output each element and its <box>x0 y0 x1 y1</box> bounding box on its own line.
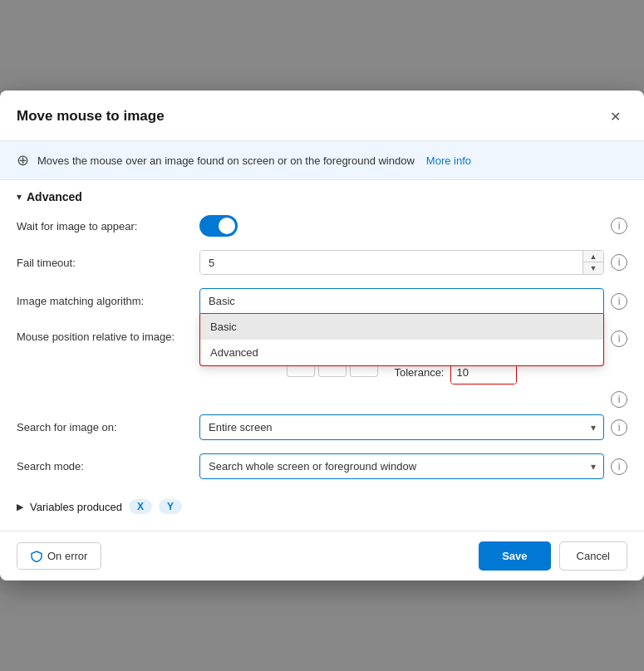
fail-timeout-label: Fail timeout: <box>17 257 199 269</box>
fail-timeout-input[interactable] <box>200 251 583 274</box>
search-mode-select[interactable]: Search whole screen or foreground window <box>199 453 604 479</box>
search-on-select-wrap: Entire screen ▾ <box>199 414 604 440</box>
dialog-footer: On error Save Cancel <box>0 531 644 580</box>
variables-row: ▶ Variables produced X Y <box>17 492 627 517</box>
fail-timeout-down-button[interactable]: ▼ <box>583 262 603 274</box>
search-on-control: Entire screen ▾ <box>199 414 604 440</box>
wait-label: Wait for image to appear: <box>17 220 199 233</box>
wait-row: Wait for image to appear: i <box>17 215 627 237</box>
advanced-chevron-icon: ▾ <box>17 191 22 203</box>
variable-x-badge[interactable]: X <box>129 499 152 514</box>
algorithm-option-advanced[interactable]: Advanced <box>200 340 603 365</box>
algorithm-info-icon[interactable]: i <box>611 293 627 310</box>
dialog-body: ▾ Advanced Wait for image to appear: i F… <box>0 180 644 531</box>
titlebar: Move mouse to image ✕ <box>0 91 644 141</box>
wait-toggle-thumb <box>219 218 235 234</box>
more-info-link[interactable]: More info <box>426 154 471 167</box>
fail-timeout-control: ▲ ▼ <box>199 250 604 275</box>
cancel-button[interactable]: Cancel <box>559 541 627 571</box>
algorithm-dropdown-list: Basic Advanced <box>199 314 604 366</box>
dialog-title: Move mouse to image <box>17 108 165 125</box>
search-mode-select-wrap: Search whole screen or foreground window… <box>199 453 604 479</box>
footer-right: Save Cancel <box>479 541 627 571</box>
fail-timeout-spinner: ▲ ▼ <box>199 250 604 275</box>
on-error-label: On error <box>47 550 87 562</box>
search-mode-info-icon[interactable]: i <box>611 458 627 475</box>
advanced-section-title: Advanced <box>27 190 82 203</box>
advanced-section-header[interactable]: ▾ Advanced <box>17 190 627 203</box>
algorithm-control: Basic ▾ Basic Advanced <box>199 288 604 314</box>
algorithm-option-basic[interactable]: Basic <box>200 314 603 340</box>
fail-timeout-spinner-buttons: ▲ ▼ <box>583 251 603 274</box>
on-error-button[interactable]: On error <box>17 542 101 570</box>
algorithm-row: Image matching algorithm: Basic ▾ Basic … <box>17 288 627 314</box>
search-on-label: Search for image on: <box>17 421 199 433</box>
dialog: Move mouse to image ✕ ⊕ Moves the mouse … <box>0 91 644 580</box>
save-button[interactable]: Save <box>479 541 550 571</box>
variables-label: Variables produced <box>30 501 122 513</box>
fail-timeout-row: Fail timeout: ▲ ▼ i <box>17 250 627 275</box>
search-mode-row: Search mode: Search whole screen or fore… <box>17 453 627 479</box>
variables-chevron-icon: ▶ <box>17 502 23 512</box>
fail-timeout-info-icon[interactable]: i <box>611 254 627 271</box>
fail-timeout-up-button[interactable]: ▲ <box>583 251 603 262</box>
wait-info-icon[interactable]: i <box>611 218 627 234</box>
search-on-row: Search for image on: Entire screen ▾ i <box>17 414 627 440</box>
info-banner-text: Moves the mouse over an image found on s… <box>37 154 415 167</box>
search-mode-control: Search whole screen or foreground window… <box>199 453 604 479</box>
wait-toggle[interactable] <box>199 215 238 237</box>
mouse-position-label: Mouse position relative to image: <box>17 327 199 343</box>
wait-control-wrap <box>199 215 604 237</box>
tolerance-label: Tolerance: <box>395 366 445 379</box>
algorithm-select-wrap: Basic ▾ Basic Advanced <box>199 288 604 314</box>
tolerance-info-icon[interactable]: i <box>611 391 627 408</box>
shield-icon <box>31 551 42 562</box>
search-on-select[interactable]: Entire screen <box>199 414 604 440</box>
algorithm-label: Image matching algorithm: <box>17 295 199 307</box>
search-mode-label: Search mode: <box>17 460 199 473</box>
variable-y-badge[interactable]: Y <box>159 499 182 514</box>
algorithm-dropdown-box[interactable]: Basic <box>199 288 604 314</box>
info-banner: ⊕ Moves the mouse over an image found on… <box>0 141 644 180</box>
close-button[interactable]: ✕ <box>602 104 627 129</box>
mouse-position-info-icon[interactable]: i <box>611 331 627 347</box>
info-banner-icon: ⊕ <box>17 151 29 169</box>
search-on-info-icon[interactable]: i <box>611 419 627 436</box>
